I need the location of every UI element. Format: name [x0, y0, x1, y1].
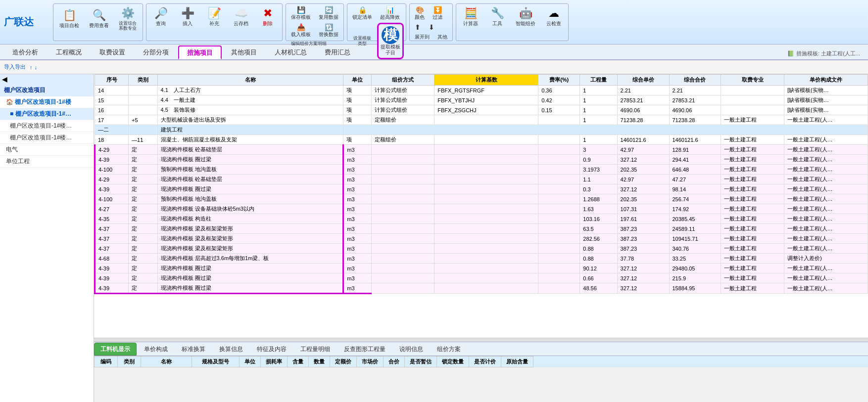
btn-cloud-archive[interactable]: ☁️ 云存档	[229, 5, 253, 29]
btn-tool[interactable]: 🔧 工具	[485, 5, 510, 29]
table-row[interactable]: 4-37 定 现浇构件模板 梁及框架梁矩形 m3 63.5 387.23 245…	[95, 224, 868, 234]
table-row[interactable]: 4-39 定 现浇构件模板 圈过梁 m3 0.9 327.12 294.41 一…	[95, 155, 868, 165]
sidebar-toggle[interactable]: ◀	[2, 75, 7, 83]
horizontal-scrollbar[interactable]	[94, 338, 868, 342]
sidebar-item-unit-eng[interactable]: 单位工程	[0, 156, 94, 168]
table-row[interactable]: 16 4.5 装饰装修 项 计算公式组价 FBFX_ZSGCHJ 0.15 1 …	[95, 105, 868, 115]
cell-rate	[538, 204, 580, 214]
import-export-btn[interactable]: 导入导出	[4, 63, 26, 71]
table-row[interactable]: 4-37 定 现浇构件模板 梁及框架梁矩形 m3 282.56 387.23 1…	[95, 234, 868, 244]
cell-pricing	[371, 264, 434, 273]
btn-calculator[interactable]: 🧮 计算器	[458, 5, 483, 29]
tab-measures[interactable]: 措施项目	[178, 45, 222, 59]
table-row[interactable]: 15 4.4 一般土建 项 计算公式组价 FBFX_YBTJHJ 0.42 1 …	[95, 95, 868, 105]
cell-ufile: 一般土建工程(人…	[784, 155, 868, 165]
cell-seq: 4-27	[95, 204, 129, 214]
btn-supplement[interactable]: 📝 补充	[202, 5, 227, 29]
btn-color[interactable]: 🎨 颜色	[412, 5, 428, 22]
table-row[interactable]: 4-39 定 现浇构件模板 圈过梁 m3 90.12 327.12 29480.…	[95, 264, 868, 273]
color-icon: 🎨	[416, 6, 424, 14]
tab-std-exchange[interactable]: 标准换算	[175, 343, 212, 356]
cell-name: 现浇构件模板 砼基础垫层	[157, 145, 343, 155]
tab-cost-summary[interactable]: 费用汇总	[316, 45, 359, 59]
table-row[interactable]: 14 4.1 人工土石方 项 计算公式组价 FBFX_RGTSFRGF 0.36…	[95, 86, 868, 95]
arrow-up-btn[interactable]: ↑	[30, 64, 33, 70]
btn-lock-list[interactable]: 🔒 锁定清单	[349, 5, 375, 22]
btn-expand-to[interactable]: 展开到	[412, 33, 433, 42]
btn-insert[interactable]: ➕ 插入	[175, 5, 200, 29]
table-row[interactable]: 17 +5 大型机械设备进出场及安拆 项 定额组价 1 71238.28 712…	[95, 115, 868, 125]
cell-ufile: 一般土建工程(人…	[784, 145, 868, 155]
cell-unit: m3	[343, 273, 371, 283]
cell-uprice: 37.78	[617, 254, 669, 264]
btn-cost-view[interactable]: 🔍 费用查看	[85, 7, 113, 31]
table-row[interactable]: 18 —11 混凝土、钢筋混凝土模板及支架 项 定额组价 1 1460121.6…	[95, 135, 868, 145]
table-row[interactable]: 4-39 定 现浇构件模板 圈过梁 m3 48.56 327.12 15884.…	[95, 283, 868, 294]
tab-unit-comp[interactable]: 单价构成	[138, 343, 174, 356]
cell-uprice: 387.23	[617, 244, 669, 254]
cell-qty: 1.1	[580, 175, 617, 184]
cell-fspec: 一般土建工程	[721, 184, 784, 194]
tab-quantity-detail[interactable]: 工程量明细	[294, 343, 337, 356]
table-row[interactable]: 4-100 定 预制构件模板 地沟盖板 m3 1.2688 202.35 256…	[95, 194, 868, 204]
tab-description[interactable]: 说明信息	[393, 343, 430, 356]
table-row[interactable]: 4-29 定 现浇构件模板 砼基础垫层 m3 1.1 42.97 47.27 一…	[95, 175, 868, 184]
btn-query[interactable]: 🔎 查询	[148, 5, 173, 29]
btn-cloud-archive-label: 云存档	[234, 21, 248, 27]
btn-smart-group[interactable]: 🤖 智能组价	[512, 5, 539, 29]
cell-tprice: 2.21	[669, 86, 721, 95]
tab-fee-settings[interactable]: 取费设置	[91, 45, 134, 59]
tab-sub-division[interactable]: 分部分项	[135, 45, 177, 59]
table-row[interactable]: 4-29 定 现浇构件模板 砼基础垫层 m3 3 42.97 128.91 一般…	[95, 145, 868, 155]
cell-name: 现浇构件模板 圈过梁	[157, 264, 343, 273]
btn-cloud-check[interactable]: ☁ 云检查	[541, 5, 566, 29]
save-template-icon: 💾	[297, 6, 305, 14]
sidebar-item-1[interactable]: ■ 棚户区改造项目-1#…	[0, 108, 94, 120]
btn-save-template[interactable]: 💾 保存模板	[288, 5, 314, 22]
tab-cost-analysis[interactable]: 造价分析	[4, 45, 47, 59]
table-row[interactable]: 4-68 定 现浇构件模板 层高超过3.6m每增加1m梁、板 m3 0.88 3…	[95, 254, 868, 264]
cell-cat	[129, 95, 158, 105]
btn-up[interactable]: ⬆	[412, 22, 424, 32]
btn-other[interactable]: 其他	[434, 33, 450, 42]
table-row[interactable]: 4-100 定 预制构件模板 地沟盖板 m3 3.1973 202.35 646…	[95, 165, 868, 175]
btn-delete[interactable]: ✖ 删除	[255, 5, 280, 29]
btn-filter[interactable]: ⏬ 过滤	[430, 5, 445, 22]
btn-down[interactable]: ⬇	[426, 22, 437, 32]
cell-ufile: 一般土建工程(人…	[784, 135, 868, 145]
table-row[interactable]: 4-35 定 现浇构件模板 构造柱 m3 103.16 197.61 20385…	[95, 214, 868, 224]
sidebar-item-2[interactable]: 棚户区改造项目-1#楼…	[0, 120, 94, 132]
cell-uprice: 2.21	[617, 86, 669, 95]
btn-replace-data[interactable]: 🔃 替换数据	[316, 22, 341, 39]
tab-project-overview[interactable]: 工程概况	[48, 45, 90, 59]
tab-pricing-plan[interactable]: 组价方案	[431, 343, 467, 356]
btn-setup[interactable]: ⚙️ 设置综合系数专业	[115, 5, 141, 34]
btn-reuse-data[interactable]: 🔄 复用数据	[316, 5, 341, 22]
table-row[interactable]: 4-39 定 现浇构件模板 圈过梁 m3 0.3 327.12 98.14 一般…	[95, 184, 868, 194]
cell-base	[434, 224, 538, 234]
tab-labor-display[interactable]: 工料机显示	[94, 343, 137, 356]
btn-load-template[interactable]: 📥 载入模板	[288, 22, 314, 39]
tab-calc-info[interactable]: 换算信息	[213, 343, 249, 356]
tab-other-items[interactable]: 其他项目	[223, 45, 265, 59]
supplement-icon: 📝	[208, 7, 221, 20]
btn-project-check[interactable]: 📋 项目自检	[55, 7, 83, 31]
btn-ultra-reduce[interactable]: 📊 超高降效	[377, 5, 403, 22]
table-row[interactable]: 4-27 定 现浇构件模板 设备基础块体砼5m3以内 m3 1.63 107.3…	[95, 204, 868, 214]
cell-name: 现浇构件模板 圈过梁	[157, 273, 343, 283]
table-row[interactable]: 4-37 定 现浇构件模板 梁及框架梁矩形 m3 0.88 387.23 340…	[95, 244, 868, 254]
sidebar-item-electrical[interactable]: 电气	[0, 144, 94, 156]
cloud-check-icon: ☁	[548, 7, 559, 20]
cell-tprice: 340.76	[669, 244, 721, 254]
btn-extract-template[interactable]: 模 提取模板子目	[377, 23, 404, 59]
sidebar-item-0[interactable]: 🏠 棚户区改造项目-1#楼	[0, 96, 94, 108]
sidebar-item-3[interactable]: 棚户区改造项目-1#楼…	[0, 132, 94, 144]
tab-feature-content[interactable]: 特征及内容	[250, 343, 293, 356]
sidebar-section-title[interactable]: 棚户区改造项目	[0, 84, 94, 96]
table-row[interactable]: 4-39 定 现浇构件模板 圈过梁 m3 0.66 327.12 215.9 一…	[95, 273, 868, 283]
tab-labor-material[interactable]: 人材机汇总	[266, 45, 315, 59]
up-icon: ⬆	[415, 23, 421, 31]
cell-cat	[129, 125, 158, 135]
arrow-down-btn[interactable]: ↓	[35, 64, 38, 70]
tab-check-drawing[interactable]: 反查图形工程量	[338, 343, 392, 356]
